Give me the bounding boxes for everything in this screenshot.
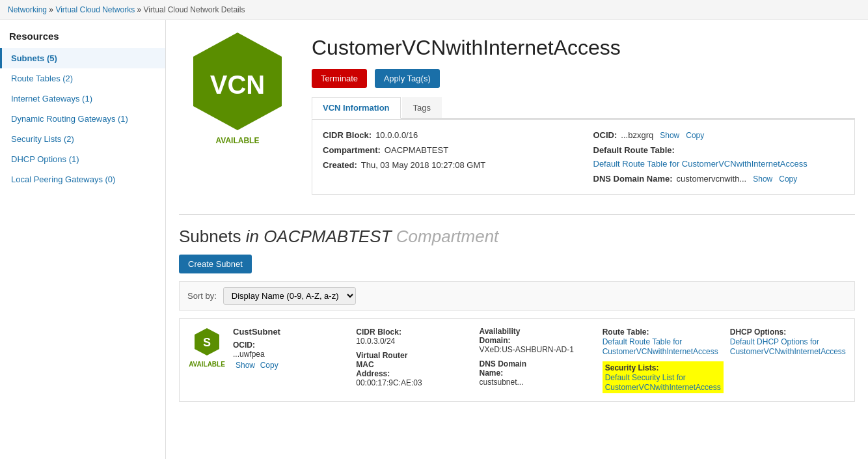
sidebar-link-local-peering[interactable]: Local Peering Gateways (0) (11, 174, 115, 184)
default-route-label: Default Route Table: (593, 145, 675, 155)
compartment-row: Compartment: OACPMABTEST (323, 145, 574, 155)
cidr-block-label: CIDR (356, 327, 375, 337)
subnets-section: Subnets in OACPMABTEST Compartment Creat… (166, 227, 868, 402)
sidebar: Resources Subnets (5) Route Tables (2) I… (0, 20, 166, 459)
created-value: Thu, 03 May 2018 10:27:08 GMT (361, 160, 486, 170)
subnets-title-prefix: Subnets (179, 227, 241, 246)
dns-row: DNS Domain Name: customervcnwith... Show… (593, 174, 845, 184)
tab-bar: VCN Information Tags (312, 97, 855, 119)
subnet-cidr-col: CIDR Block: 10.0.3.0/24 Virtual Router M… (356, 327, 472, 387)
show-dns-link[interactable]: Show (753, 174, 772, 184)
sidebar-title: Resources (0, 20, 165, 48)
sidebar-link-route-tables[interactable]: Route Tables (2) (11, 74, 73, 83)
security-lists-label: Security Lists: (605, 363, 659, 372)
dhcp-options-value[interactable]: Default DHCP Options for CustomerVCNwith… (730, 337, 846, 356)
ocid-label: OCID: (593, 130, 617, 140)
default-route-row: Default Route Table: Default Route Table… (593, 145, 845, 169)
ocid-field-label: OCID: (233, 341, 349, 350)
apply-tag-button[interactable]: Apply Tag(s) (375, 69, 440, 88)
table-row: S AVAILABLE CustSubnet OCID: ...uwfpea S… (179, 318, 855, 402)
ocid-row: OCID: ...bzxgrq Show Copy (593, 130, 845, 140)
sidebar-link-internet-gateways[interactable]: Internet Gateways (1) (11, 94, 92, 104)
subnet-copy-link[interactable]: Copy (260, 361, 278, 370)
virtual-router-mac-label: MAC (356, 360, 472, 369)
created-label: Created: (323, 160, 357, 170)
sidebar-item-subnets[interactable]: Subnets (5) (0, 48, 165, 68)
route-table-value[interactable]: Default Route Table for CustomerVCNwithI… (603, 337, 718, 356)
subnet-availability-col: Availability Domain: VXeD:US-ASHBURN-AD-… (479, 327, 595, 387)
subnet-icon: S AVAILABLE (187, 327, 226, 368)
subnet-name-col: CustSubnet OCID: ...uwfpea Show Copy (233, 327, 349, 370)
breadcrumb-networking[interactable]: Networking (8, 5, 47, 14)
vcn-title: CustomerVCNwithInternetAccess (312, 36, 855, 60)
sort-select[interactable]: Display Name (0-9, A-Z, a-z) Display Nam… (223, 287, 356, 305)
sort-bar: Sort by: Display Name (0-9, A-Z, a-z) Di… (179, 281, 855, 311)
subnet-route-col: Route Table: Default Route Table for Cus… (603, 327, 724, 393)
ocid-value: ...bzxgrq (621, 130, 653, 140)
vcn-hexagon: VCN (185, 29, 290, 133)
vcn-header: VCN AVAILABLE CustomerVCNwithInternetAcc… (179, 29, 855, 195)
security-list-value[interactable]: Default Security List for CustomerVCNwit… (605, 373, 721, 392)
subnets-title-in: in (246, 227, 259, 246)
content-area: VCN AVAILABLE CustomerVCNwithInternetAcc… (166, 20, 868, 459)
sidebar-item-dynamic-routing[interactable]: Dynamic Routing Gateways (1) (0, 109, 165, 129)
subnets-title-compartment: OACPMABTEST (264, 227, 391, 246)
sidebar-item-internet-gateways[interactable]: Internet Gateways (1) (0, 89, 165, 109)
cidr-block-label2: Block: (377, 327, 401, 337)
breadcrumb-vcn[interactable]: Virtual Cloud Networks (55, 5, 135, 14)
subnet-status: AVAILABLE (189, 361, 225, 368)
sidebar-link-dhcp-options[interactable]: DHCP Options (1) (11, 154, 79, 164)
subnets-title-suffix: Compartment (396, 227, 499, 246)
vcn-logo: VCN AVAILABLE (179, 29, 296, 145)
sort-label: Sort by: (187, 291, 217, 301)
vcn-details: CustomerVCNwithInternetAccess Terminate … (312, 29, 855, 195)
cidr-label: CIDR Block: (323, 130, 372, 140)
availability-domain-label: Domain: (479, 336, 595, 345)
sidebar-link-security-lists[interactable]: Security Lists (2) (11, 134, 74, 144)
dns-domain-label: DNS Domain (479, 359, 595, 369)
dns-value: customervcnwith... (677, 174, 747, 184)
availability-value: VXeD:US-ASHBURN-AD-1 (479, 345, 595, 354)
subnet-dhcp-col: DHCP Options: Default DHCP Options for C… (730, 327, 847, 356)
availability-label: Availability (479, 327, 595, 336)
breadcrumb: Networking » Virtual Cloud Networks » Vi… (0, 0, 868, 20)
copy-ocid-link[interactable]: Copy (686, 131, 704, 140)
create-subnet-button[interactable]: Create Subnet (179, 255, 252, 273)
virtual-router-label: Virtual Router (356, 351, 472, 360)
sidebar-item-route-tables[interactable]: Route Tables (2) (0, 68, 165, 89)
compartment-value: OACPMABTEST (385, 145, 448, 155)
dns-label: DNS Domain Name: (593, 174, 673, 184)
subnet-ocid-value: ...uwfpea (233, 350, 349, 359)
terminate-button[interactable]: Terminate (312, 69, 367, 88)
subnet-dns-value: custsubnet... (479, 378, 595, 387)
virtual-router-address-label: Address: (356, 369, 472, 378)
virtual-router-value: 00:00:17:9C:AE:03 (356, 378, 472, 387)
subnets-title: Subnets in OACPMABTEST Compartment (179, 227, 855, 247)
default-route-value[interactable]: Default Route Table for CustomerVCNwithI… (593, 159, 807, 169)
tab-vcn-information[interactable]: VCN Information (312, 97, 401, 119)
sidebar-link-dynamic-routing[interactable]: Dynamic Routing Gateways (1) (11, 114, 128, 124)
subnet-cidr-value: 10.0.3.0/24 (356, 337, 472, 346)
vcn-info-section: CIDR Block: 10.0.0.0/16 Compartment: OAC… (312, 119, 855, 195)
route-table-label: Route Table: (603, 327, 649, 337)
copy-dns-link[interactable]: Copy (779, 174, 797, 184)
sidebar-item-security-lists[interactable]: Security Lists (2) (0, 129, 165, 149)
dhcp-options-label: DHCP Options: (730, 327, 786, 337)
sidebar-item-local-peering[interactable]: Local Peering Gateways (0) (0, 169, 165, 189)
tab-tags[interactable]: Tags (402, 97, 442, 118)
vcn-logo-text: VCN (210, 70, 265, 99)
compartment-label: Compartment: (323, 145, 381, 155)
vcn-status-badge: AVAILABLE (216, 136, 260, 145)
sidebar-link-subnets[interactable]: Subnets (5) (11, 53, 57, 63)
dns-name-label: Name: (479, 369, 595, 378)
sidebar-item-dhcp-options[interactable]: DHCP Options (1) (0, 149, 165, 169)
subnet-show-link[interactable]: Show (236, 361, 255, 370)
breadcrumb-detail: Virtual Cloud Network Details (144, 5, 245, 14)
subnet-letter: S (203, 336, 211, 349)
subnet-name: CustSubnet (233, 327, 349, 337)
show-ocid-link[interactable]: Show (660, 131, 679, 140)
cidr-value: 10.0.0.0/16 (375, 130, 418, 140)
cidr-row: CIDR Block: 10.0.0.0/16 (323, 130, 574, 140)
created-row: Created: Thu, 03 May 2018 10:27:08 GMT (323, 160, 574, 170)
